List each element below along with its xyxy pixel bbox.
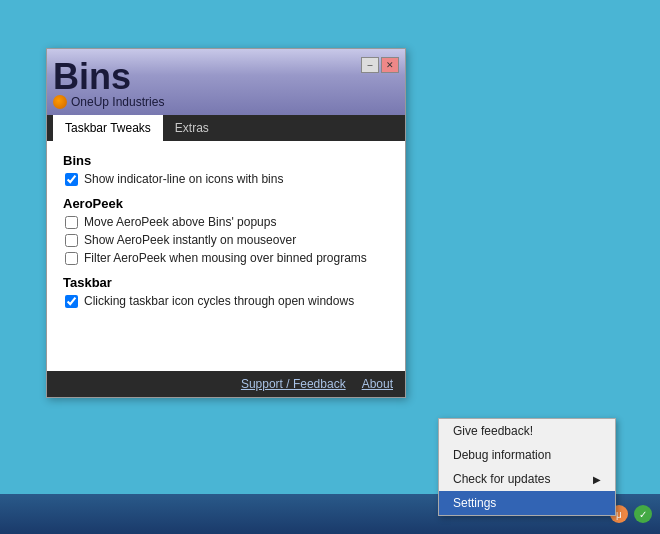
window-controls: – ✕ <box>361 55 399 73</box>
section-aeropeek-title: AeroPeek <box>63 196 389 211</box>
tab-bar: Taskbar Tweaks Extras <box>47 115 405 141</box>
list-item: Move AeroPeek above Bins' popups <box>63 215 389 229</box>
tab-extras[interactable]: Extras <box>163 115 221 141</box>
show-aeropeek-instant-label: Show AeroPeek instantly on mouseover <box>84 233 296 247</box>
content-area: Bins Show indicator-line on icons with b… <box>47 141 405 371</box>
taskbar-cycle-label: Clicking taskbar icon cycles through ope… <box>84 294 354 308</box>
filter-aeropeek-checkbox[interactable] <box>65 252 78 265</box>
system-tray: μ ✓ <box>610 505 652 523</box>
footer-bar: Support / Feedback About <box>47 371 405 397</box>
title-bar: Bins OneUp Industries – ✕ <box>47 49 405 115</box>
filter-aeropeek-label: Filter AeroPeek when mousing over binned… <box>84 251 367 265</box>
app-title: Bins <box>53 59 164 95</box>
about-link[interactable]: About <box>362 377 393 391</box>
list-item: Clicking taskbar icon cycles through ope… <box>63 294 389 308</box>
menu-item-give-feedback[interactable]: Give feedback! <box>439 419 615 443</box>
app-subtitle: OneUp Industries <box>53 95 164 109</box>
list-item: Filter AeroPeek when mousing over binned… <box>63 251 389 265</box>
section-bins-title: Bins <box>63 153 389 168</box>
show-indicator-checkbox[interactable] <box>65 173 78 186</box>
submenu-arrow-icon: ▶ <box>593 474 601 485</box>
title-area: Bins OneUp Industries <box>53 55 164 115</box>
context-menu: Give feedback! Debug information Check f… <box>438 418 616 516</box>
logo-icon <box>53 95 67 109</box>
taskbar-cycle-checkbox[interactable] <box>65 295 78 308</box>
minimize-button[interactable]: – <box>361 57 379 73</box>
show-indicator-label: Show indicator-line on icons with bins <box>84 172 283 186</box>
menu-item-check-updates[interactable]: Check for updates ▶ <box>439 467 615 491</box>
main-window: Bins OneUp Industries – ✕ Taskbar Tweaks… <box>46 48 406 398</box>
support-feedback-link[interactable]: Support / Feedback <box>241 377 346 391</box>
tab-taskbar-tweaks[interactable]: Taskbar Tweaks <box>53 115 163 141</box>
section-taskbar-title: Taskbar <box>63 275 389 290</box>
show-aeropeek-instant-checkbox[interactable] <box>65 234 78 247</box>
close-button[interactable]: ✕ <box>381 57 399 73</box>
tray-icon-network[interactable]: ✓ <box>634 505 652 523</box>
move-aeropeek-label: Move AeroPeek above Bins' popups <box>84 215 276 229</box>
menu-item-debug-info[interactable]: Debug information <box>439 443 615 467</box>
list-item: Show AeroPeek instantly on mouseover <box>63 233 389 247</box>
list-item: Show indicator-line on icons with bins <box>63 172 389 186</box>
move-aeropeek-checkbox[interactable] <box>65 216 78 229</box>
menu-item-settings[interactable]: Settings <box>439 491 615 515</box>
